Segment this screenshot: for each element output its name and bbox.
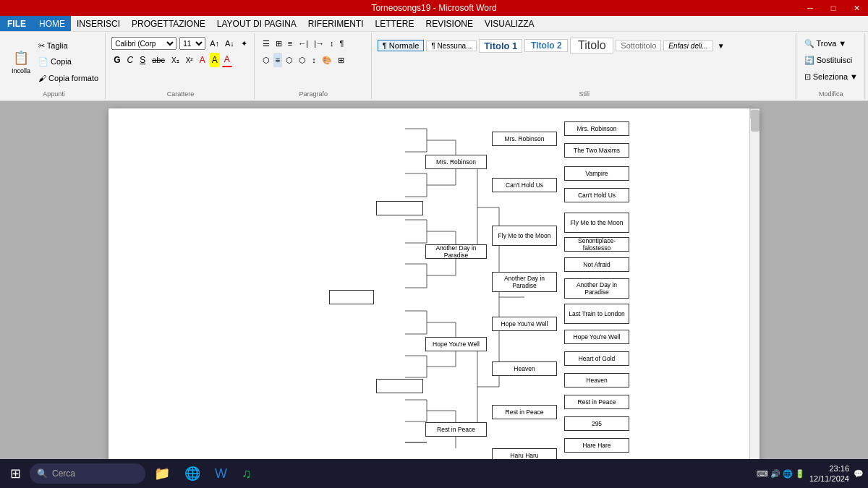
align-left-button[interactable]: ⬡ — [260, 53, 272, 67]
window-controls: ─ □ ✕ — [799, 0, 868, 16]
edit-label: Modifica — [802, 89, 860, 98]
numbering-button[interactable]: ⊞ — [273, 36, 284, 51]
strikethrough-button[interactable]: abc — [150, 53, 167, 67]
visualizza-menu[interactable]: VISUALIZZA — [479, 16, 540, 31]
chrome-button[interactable]: 🌐 — [179, 462, 206, 485]
inserisci-menu[interactable]: INSERISCI — [71, 16, 126, 31]
style-title2[interactable]: Titolo 2 — [524, 39, 568, 52]
styles-expand-button[interactable]: ▼ — [715, 38, 727, 53]
align-center-button[interactable]: ≡ — [273, 53, 282, 67]
file-menu[interactable]: FILE — [0, 16, 33, 31]
document-page[interactable]: ▲ ▼ — [109, 108, 760, 470]
copy-button[interactable]: 📄 Copia — [36, 55, 101, 69]
file-explorer-button[interactable]: 📁 — [148, 462, 176, 485]
find-button[interactable]: 🔍 Trova ▼ — [802, 36, 860, 51]
styles-label: Stili — [378, 89, 791, 98]
multilevel-button[interactable]: ≡ — [286, 36, 294, 51]
line-spacing-button[interactable]: ↕ — [310, 53, 318, 67]
restore-button[interactable]: □ — [822, 0, 845, 16]
r4-bottom — [376, 379, 423, 393]
italic-button[interactable]: C — [125, 53, 136, 67]
r1-mrs-robinson: Mrs. Robinson — [564, 121, 629, 136]
r3-mrs-robinson: Mrs. Robinson — [425, 155, 487, 169]
revisione-menu[interactable]: REVISIONE — [420, 16, 479, 31]
align-right-button[interactable]: ⬡ — [284, 53, 295, 67]
superscript-button[interactable]: X² — [184, 53, 195, 67]
r2-hope-youre-well: Hope You're Well — [492, 317, 557, 331]
justify-button[interactable]: ⬡ — [297, 53, 308, 67]
paragraph-group: ☰ ⊞ ≡ ←| |→ ↕ ¶ ⬡ ≡ ⬡ ⬡ ↕ 🎨 ⊞ — [256, 33, 372, 99]
sort-button[interactable]: ↕ — [328, 36, 336, 51]
r2-another-day: Another Day in Paradise — [492, 272, 557, 292]
format-painter-button[interactable]: 🖌 Copia formato — [36, 71, 101, 85]
taskbar-search[interactable]: 🔍 Cerca — [30, 463, 145, 484]
search-icon: 🔍 — [37, 468, 48, 479]
spotify-button[interactable]: ♫ — [236, 462, 258, 485]
r2-rest-in-peace: Rest in Peace — [492, 405, 557, 419]
layout-menu[interactable]: LAYOUT DI PAGINA — [211, 16, 302, 31]
font-size-select[interactable]: 11 — [179, 37, 205, 50]
ribbon-content: 📋 Incolla ✂ Taglia 📄 Copia 🖌 Copia forma… — [0, 32, 868, 100]
start-button[interactable]: ⊞ — [4, 462, 27, 485]
scrollbar-thumb[interactable] — [751, 110, 760, 132]
subscript-button[interactable]: X₂ — [169, 53, 182, 67]
progettazione-menu[interactable]: PROGETTAZIONE — [126, 16, 211, 31]
style-emphasis[interactable]: Enfasi deli... — [663, 40, 712, 51]
grow-font-button[interactable]: A↑ — [208, 36, 221, 51]
clear-format-button[interactable]: ✦ — [239, 36, 250, 51]
r1-last-train: Last Train to London — [564, 304, 629, 324]
font-name-select[interactable]: Calibri (Corp — [111, 37, 176, 50]
style-subtitle[interactable]: Sottotitolo — [616, 40, 661, 51]
r3-rest-in-peace: Rest in Peace — [425, 422, 487, 437]
clock: 23:16 12/11/2024 — [809, 463, 849, 484]
r1-295: 295 — [564, 416, 629, 431]
ribbon: 📋 Incolla ✂ Taglia 📄 Copia 🖌 Copia forma… — [0, 32, 868, 101]
font-group: Calibri (Corp 11 A↑ A↓ ✦ G C S abc X₂ X² — [107, 33, 255, 99]
decrease-indent-button[interactable]: ←| — [296, 36, 310, 51]
r1-cant-hold-us: Can't Hold Us — [564, 188, 629, 202]
style-no-spacing[interactable]: ¶ Nessuna... — [426, 40, 477, 51]
style-title[interactable]: Titolo — [570, 38, 613, 53]
r3-another-day: Another Day in Paradise — [425, 244, 487, 259]
border-button[interactable]: ⊞ — [336, 53, 346, 67]
style-normal[interactable]: ¶ Normale — [378, 40, 425, 51]
r1-hare-hare: Hare Hare — [564, 438, 629, 453]
r3-hope-youre-well: Hope You're Well — [425, 337, 487, 351]
shrink-font-button[interactable]: A↓ — [224, 36, 236, 51]
highlight-button[interactable]: A — [210, 53, 220, 67]
taskbar-right: ⌨ 🔊 🌐 🔋 23:16 12/11/2024 💬 — [757, 463, 864, 484]
paragraph-label: Paragrafo — [260, 89, 367, 98]
replace-button[interactable]: 🔄 Sostituisci — [802, 53, 860, 67]
r1-heaven: Heaven — [564, 373, 629, 388]
minimize-button[interactable]: ─ — [799, 0, 822, 16]
r1-senontiplace: Senontiplace-falostesso — [564, 237, 629, 252]
bracket-diagram: Mrs. Robinson The Two Maxims Vampire Can… — [123, 116, 745, 463]
r2-fly-me: Fly Me to the Moon — [492, 226, 557, 246]
riferimenti-menu[interactable]: RIFERIMENTI — [302, 16, 370, 31]
style-title1[interactable]: Titolo 1 — [479, 39, 522, 53]
show-marks-button[interactable]: ¶ — [338, 36, 346, 51]
scrollbar[interactable]: ▲ ▼ — [749, 108, 760, 470]
lettere-menu[interactable]: LETTERE — [370, 16, 420, 31]
shading-button[interactable]: 🎨 — [320, 53, 334, 67]
notification-button[interactable]: 💬 — [854, 469, 864, 479]
bold-button[interactable]: G — [111, 53, 122, 67]
clipboard-group: 📋 Incolla ✂ Taglia 📄 Copia 🖌 Copia forma… — [3, 33, 106, 99]
winner-box — [329, 290, 374, 304]
select-button[interactable]: ⊡ Seleziona ▼ — [802, 69, 860, 84]
menu-bar: FILE HOME INSERISCI PROGETTAZIONE LAYOUT… — [0, 16, 868, 32]
home-menu[interactable]: HOME — [33, 16, 71, 31]
increase-indent-button[interactable]: |→ — [312, 36, 326, 51]
text-color-button[interactable]: A — [222, 53, 232, 67]
word-button[interactable]: W — [209, 462, 233, 485]
paste-button[interactable]: 📋 Incolla — [7, 48, 35, 76]
cut-button[interactable]: ✂ Taglia — [36, 39, 101, 53]
bullets-button[interactable]: ☰ — [260, 36, 272, 51]
font-color-button[interactable]: A — [197, 53, 208, 67]
underline-button[interactable]: S — [137, 53, 148, 67]
r1-heart-of-gold: Heart of Gold — [564, 351, 629, 366]
styles-group: ¶ Normale ¶ Nessuna... Titolo 1 Titolo 2… — [373, 33, 796, 99]
r1-vampire: Vampire — [564, 166, 629, 181]
taskbar: ⊞ 🔍 Cerca 📁 🌐 W ♫ ⌨ 🔊 🌐 🔋 23:16 12/11/20… — [0, 459, 868, 488]
close-button[interactable]: ✕ — [845, 0, 868, 16]
